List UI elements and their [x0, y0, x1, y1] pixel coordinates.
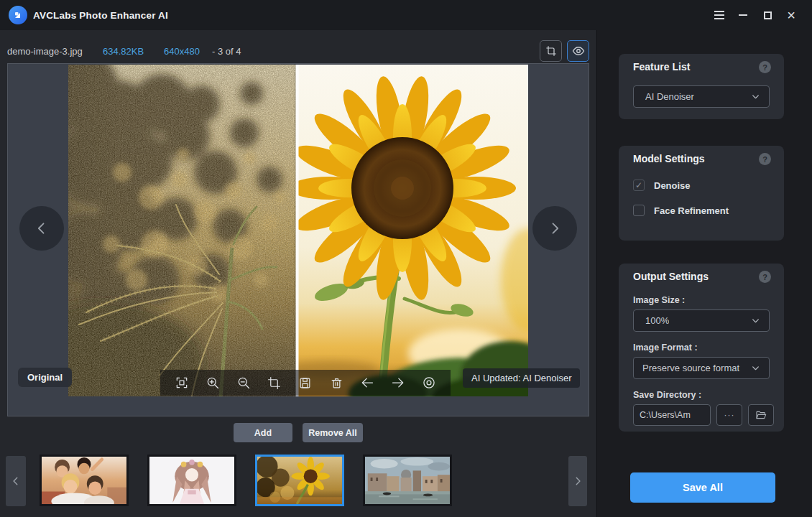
zoom-in-icon — [206, 376, 220, 390]
maximize-button[interactable] — [759, 7, 776, 23]
help-icon[interactable]: ? — [759, 153, 771, 165]
add-button[interactable]: Add — [234, 423, 292, 442]
feature-dropdown-value: AI Denoiser — [645, 91, 694, 102]
thumbnails-scroll-left-button[interactable] — [6, 456, 26, 506]
chevron-down-icon — [751, 316, 760, 325]
crop-button[interactable] — [540, 40, 562, 62]
image-toolbar — [160, 370, 451, 396]
minimize-button[interactable] — [734, 7, 752, 23]
settings-sidebar: Feature List ? AI Denoiser Model Setting… — [596, 30, 812, 517]
hamburger-icon — [714, 11, 724, 19]
image-format-value: Preserve source format — [642, 363, 739, 373]
ai-status-badge: AI Updated: AI Denoiser — [463, 368, 580, 388]
chevron-left-icon — [11, 476, 21, 486]
file-info-bar: demo-image-3.jpg 634.82KB 640x480 - 3 of… — [0, 39, 596, 62]
zoom-out-icon — [236, 376, 251, 390]
undo-button[interactable] — [358, 373, 377, 392]
feature-list-title: Feature List — [633, 61, 690, 73]
output-settings-card: Output Settings ? Image Size : 100% Imag… — [619, 264, 784, 432]
file-index-indicator: - 3 of 4 — [212, 39, 241, 62]
thumbnails-scroll-right-button[interactable] — [568, 456, 587, 506]
close-icon: × — [787, 8, 795, 22]
save-directory-label: Save Directory : — [633, 390, 701, 400]
compare-button[interactable] — [420, 373, 438, 392]
redo-button[interactable] — [389, 373, 407, 392]
remove-all-button[interactable]: Remove All — [303, 423, 363, 442]
thumbnail-city-canal-photo[interactable] — [363, 455, 452, 506]
model-settings-title: Model Settings — [633, 153, 705, 164]
face-refinement-label: Face Refinement — [654, 205, 729, 216]
checkbox-unchecked-icon[interactable] — [633, 205, 645, 216]
denoise-checkbox-row[interactable]: ✓ Denoise — [633, 180, 691, 191]
help-icon[interactable]: ? — [759, 271, 771, 283]
menu-icon[interactable] — [711, 7, 728, 23]
preview-toggle-button[interactable] — [567, 40, 589, 62]
image-viewer-panel: Original — [7, 63, 589, 416]
zoom-out-button[interactable] — [234, 373, 253, 392]
image-format-label: Image Format : — [633, 343, 698, 353]
image-size-dropdown[interactable]: 100% — [633, 309, 770, 332]
app-window: AVCLabs Photo Enhancer AI × demo-image-3… — [0, 0, 812, 517]
app-logo-icon — [9, 6, 27, 24]
save-image-button[interactable] — [296, 373, 315, 392]
save-icon — [298, 376, 312, 390]
fit-screen-icon — [175, 376, 189, 390]
titlebar: AVCLabs Photo Enhancer AI × — [0, 0, 812, 30]
save-directory-input[interactable] — [633, 404, 711, 426]
current-filename: demo-image-3.jpg — [7, 39, 83, 62]
crop-icon — [267, 376, 281, 390]
previous-image-button[interactable] — [19, 206, 64, 251]
chevron-down-icon — [751, 92, 760, 101]
help-icon[interactable]: ? — [759, 61, 771, 73]
maximize-icon — [764, 11, 772, 19]
browse-directory-button[interactable]: ··· — [716, 404, 742, 426]
compare-icon — [422, 376, 436, 390]
close-button[interactable]: × — [783, 7, 800, 23]
face-refinement-checkbox-row[interactable]: Face Refinement — [633, 205, 729, 216]
file-size: 634.82KB — [103, 39, 144, 62]
delete-image-button[interactable] — [327, 373, 346, 392]
file-actions-row: Add Remove All — [0, 423, 596, 443]
denoise-label: Denoise — [654, 180, 691, 191]
chevron-right-icon — [548, 221, 562, 236]
zoom-in-button[interactable] — [203, 373, 222, 392]
divider-shadow — [295, 65, 296, 396]
thumbnail-friends-photo[interactable] — [40, 455, 129, 506]
chevron-down-icon — [751, 363, 760, 373]
feature-list-card: Feature List ? AI Denoiser — [619, 54, 784, 119]
crop-tool-button[interactable] — [265, 373, 284, 392]
save-all-button[interactable]: Save All — [630, 472, 775, 503]
arrow-left-icon — [360, 376, 374, 390]
arrow-right-icon — [391, 376, 405, 390]
open-folder-button[interactable] — [748, 404, 774, 426]
image-size-value: 100% — [645, 315, 669, 326]
image-format-dropdown[interactable]: Preserve source format — [633, 357, 770, 379]
app-title: AVCLabs Photo Enhancer AI — [33, 0, 168, 30]
output-settings-title: Output Settings — [633, 271, 709, 282]
chevron-right-icon — [573, 476, 583, 486]
folder-open-icon — [755, 409, 767, 421]
fit-screen-button[interactable] — [172, 373, 191, 392]
file-resolution: 640x480 — [164, 39, 200, 62]
model-settings-card: Model Settings ? ✓ Denoise Face Refineme… — [619, 146, 784, 241]
thumbnail-anime-illustration[interactable] — [147, 455, 236, 506]
original-badge: Original — [18, 368, 72, 387]
feature-dropdown[interactable]: AI Denoiser — [633, 85, 770, 108]
image-size-label: Image Size : — [633, 295, 685, 305]
minimize-icon — [739, 14, 747, 16]
trash-icon — [330, 376, 343, 390]
thumbnail-sunflower-photo[interactable] — [255, 455, 344, 506]
chevron-left-icon — [34, 221, 49, 236]
checkbox-checked-icon[interactable]: ✓ — [633, 180, 645, 191]
compare-divider-handle — [296, 65, 299, 396]
next-image-button[interactable] — [532, 206, 577, 251]
before-after-image[interactable] — [68, 65, 528, 396]
